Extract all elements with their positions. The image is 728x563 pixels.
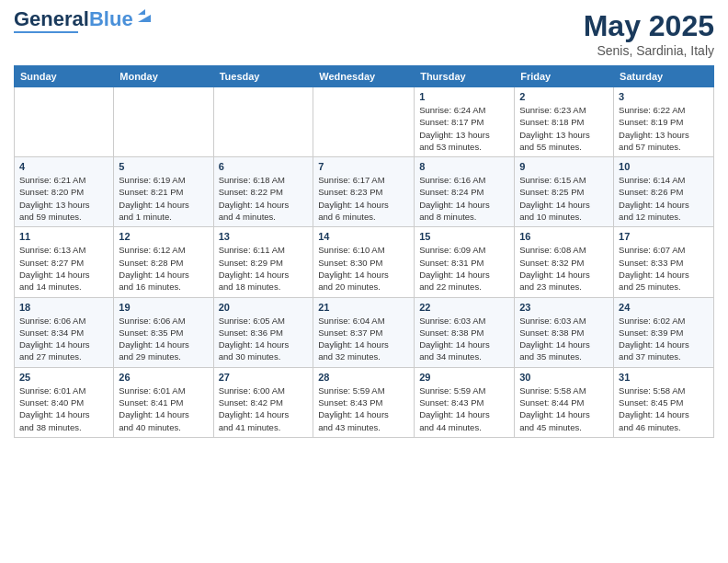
cell-w2-d5: 8Sunrise: 6:16 AM Sunset: 8:24 PM Daylig…: [415, 157, 515, 227]
day-number: 29: [419, 372, 509, 383]
page: GeneralBlue May 2025 Senis, Sardinia, It…: [0, 0, 728, 563]
day-number: 17: [619, 231, 709, 242]
col-friday: Friday: [515, 66, 614, 87]
cell-w4-d4: 21Sunrise: 6:04 AM Sunset: 8:37 PM Dayli…: [313, 297, 415, 367]
cell-w1-d5: 1Sunrise: 6:24 AM Sunset: 8:17 PM Daylig…: [415, 87, 515, 157]
cell-w3-d1: 11Sunrise: 6:13 AM Sunset: 8:27 PM Dayli…: [15, 227, 114, 297]
day-number: 1: [419, 91, 509, 102]
day-info: Sunrise: 6:22 AM Sunset: 8:19 PM Dayligh…: [619, 104, 709, 153]
cell-w4-d5: 22Sunrise: 6:03 AM Sunset: 8:38 PM Dayli…: [415, 297, 515, 367]
day-info: Sunrise: 6:02 AM Sunset: 8:39 PM Dayligh…: [619, 315, 709, 363]
col-saturday: Saturday: [614, 66, 714, 87]
svg-marker-1: [138, 9, 145, 15]
logo-text: GeneralBlue: [14, 9, 133, 29]
day-number: 6: [219, 161, 309, 172]
title-block: May 2025 Senis, Sardinia, Italy: [584, 9, 714, 58]
day-number: 11: [19, 231, 108, 242]
day-info: Sunrise: 6:03 AM Sunset: 8:38 PM Dayligh…: [419, 315, 509, 363]
cell-w5-d1: 25Sunrise: 6:01 AM Sunset: 8:40 PM Dayli…: [15, 367, 114, 437]
day-number: 12: [119, 231, 208, 242]
day-number: 26: [119, 372, 208, 383]
cell-w3-d7: 17Sunrise: 6:07 AM Sunset: 8:33 PM Dayli…: [614, 227, 714, 297]
day-info: Sunrise: 6:21 AM Sunset: 8:20 PM Dayligh…: [19, 174, 108, 223]
day-number: 9: [519, 161, 609, 172]
day-info: Sunrise: 6:11 AM Sunset: 8:29 PM Dayligh…: [219, 244, 309, 293]
cell-w4-d3: 20Sunrise: 6:05 AM Sunset: 8:36 PM Dayli…: [213, 297, 313, 367]
day-number: 21: [318, 302, 409, 313]
day-info: Sunrise: 6:18 AM Sunset: 8:22 PM Dayligh…: [219, 174, 309, 223]
day-number: 24: [619, 302, 709, 313]
week-row-3: 11Sunrise: 6:13 AM Sunset: 8:27 PM Dayli…: [15, 227, 714, 297]
logo-triangle-icon: [136, 7, 153, 24]
cell-w2-d6: 9Sunrise: 6:15 AM Sunset: 8:25 PM Daylig…: [515, 157, 614, 227]
day-number: 15: [419, 231, 509, 242]
month-year: May 2025: [584, 9, 714, 43]
day-info: Sunrise: 5:59 AM Sunset: 8:43 PM Dayligh…: [419, 385, 509, 433]
col-wednesday: Wednesday: [313, 66, 415, 87]
day-number: 5: [119, 161, 208, 172]
day-number: 13: [219, 231, 309, 242]
cell-w5-d2: 26Sunrise: 6:01 AM Sunset: 8:41 PM Dayli…: [114, 367, 213, 437]
logo-general: General: [14, 7, 89, 30]
day-info: Sunrise: 6:00 AM Sunset: 8:42 PM Dayligh…: [219, 385, 309, 433]
day-info: Sunrise: 5:58 AM Sunset: 8:45 PM Dayligh…: [619, 385, 709, 433]
cell-w5-d7: 31Sunrise: 5:58 AM Sunset: 8:45 PM Dayli…: [614, 367, 714, 437]
col-tuesday: Tuesday: [213, 66, 313, 87]
day-number: 28: [318, 372, 409, 383]
cell-w5-d4: 28Sunrise: 5:59 AM Sunset: 8:43 PM Dayli…: [313, 367, 415, 437]
day-number: 18: [19, 302, 108, 313]
logo-line: [14, 31, 78, 33]
day-info: Sunrise: 6:01 AM Sunset: 8:40 PM Dayligh…: [19, 385, 108, 433]
location: Senis, Sardinia, Italy: [584, 43, 714, 58]
day-info: Sunrise: 6:15 AM Sunset: 8:25 PM Dayligh…: [519, 174, 609, 223]
day-info: Sunrise: 6:10 AM Sunset: 8:30 PM Dayligh…: [318, 244, 409, 293]
day-number: 22: [419, 302, 509, 313]
logo: GeneralBlue: [14, 9, 153, 33]
cell-w5-d6: 30Sunrise: 5:58 AM Sunset: 8:44 PM Dayli…: [515, 367, 614, 437]
col-sunday: Sunday: [15, 66, 114, 87]
calendar: Sunday Monday Tuesday Wednesday Thursday…: [14, 65, 714, 438]
cell-w2-d7: 10Sunrise: 6:14 AM Sunset: 8:26 PM Dayli…: [614, 157, 714, 227]
day-info: Sunrise: 6:23 AM Sunset: 8:18 PM Dayligh…: [519, 104, 609, 153]
week-row-4: 18Sunrise: 6:06 AM Sunset: 8:34 PM Dayli…: [15, 297, 714, 367]
day-info: Sunrise: 6:12 AM Sunset: 8:28 PM Dayligh…: [119, 244, 208, 293]
day-info: Sunrise: 6:01 AM Sunset: 8:41 PM Dayligh…: [119, 385, 208, 433]
cell-w2-d3: 6Sunrise: 6:18 AM Sunset: 8:22 PM Daylig…: [213, 157, 313, 227]
week-row-5: 25Sunrise: 6:01 AM Sunset: 8:40 PM Dayli…: [15, 367, 714, 437]
cell-w3-d4: 14Sunrise: 6:10 AM Sunset: 8:30 PM Dayli…: [313, 227, 415, 297]
col-monday: Monday: [114, 66, 213, 87]
day-info: Sunrise: 6:03 AM Sunset: 8:38 PM Dayligh…: [519, 315, 609, 363]
day-info: Sunrise: 5:59 AM Sunset: 8:43 PM Dayligh…: [318, 385, 409, 433]
day-number: 14: [318, 231, 409, 242]
svg-marker-0: [138, 15, 151, 22]
day-number: 25: [19, 372, 108, 383]
day-info: Sunrise: 6:16 AM Sunset: 8:24 PM Dayligh…: [419, 174, 509, 223]
day-info: Sunrise: 6:17 AM Sunset: 8:23 PM Dayligh…: [318, 174, 409, 223]
day-number: 7: [318, 161, 409, 172]
cell-w4-d7: 24Sunrise: 6:02 AM Sunset: 8:39 PM Dayli…: [614, 297, 714, 367]
day-info: Sunrise: 6:19 AM Sunset: 8:21 PM Dayligh…: [119, 174, 208, 223]
day-info: Sunrise: 6:07 AM Sunset: 8:33 PM Dayligh…: [619, 244, 709, 293]
day-info: Sunrise: 6:04 AM Sunset: 8:37 PM Dayligh…: [318, 315, 409, 363]
week-row-1: 1Sunrise: 6:24 AM Sunset: 8:17 PM Daylig…: [15, 87, 714, 157]
day-info: Sunrise: 6:09 AM Sunset: 8:31 PM Dayligh…: [419, 244, 509, 293]
day-number: 27: [219, 372, 309, 383]
day-info: Sunrise: 6:13 AM Sunset: 8:27 PM Dayligh…: [19, 244, 108, 293]
cell-w1-d6: 2Sunrise: 6:23 AM Sunset: 8:18 PM Daylig…: [515, 87, 614, 157]
day-info: Sunrise: 6:06 AM Sunset: 8:35 PM Dayligh…: [119, 315, 208, 363]
day-number: 4: [19, 161, 108, 172]
col-thursday: Thursday: [415, 66, 515, 87]
cell-w1-d4: [313, 87, 415, 157]
day-info: Sunrise: 6:14 AM Sunset: 8:26 PM Dayligh…: [619, 174, 709, 223]
day-info: Sunrise: 6:05 AM Sunset: 8:36 PM Dayligh…: [219, 315, 309, 363]
day-number: 3: [619, 91, 709, 102]
day-info: Sunrise: 6:24 AM Sunset: 8:17 PM Dayligh…: [419, 104, 509, 153]
day-number: 31: [619, 372, 709, 383]
cell-w2-d1: 4Sunrise: 6:21 AM Sunset: 8:20 PM Daylig…: [15, 157, 114, 227]
day-number: 30: [519, 372, 609, 383]
cell-w1-d1: [15, 87, 114, 157]
cell-w4-d2: 19Sunrise: 6:06 AM Sunset: 8:35 PM Dayli…: [114, 297, 213, 367]
week-row-2: 4Sunrise: 6:21 AM Sunset: 8:20 PM Daylig…: [15, 157, 714, 227]
day-info: Sunrise: 5:58 AM Sunset: 8:44 PM Dayligh…: [519, 385, 609, 433]
cell-w1-d3: [213, 87, 313, 157]
